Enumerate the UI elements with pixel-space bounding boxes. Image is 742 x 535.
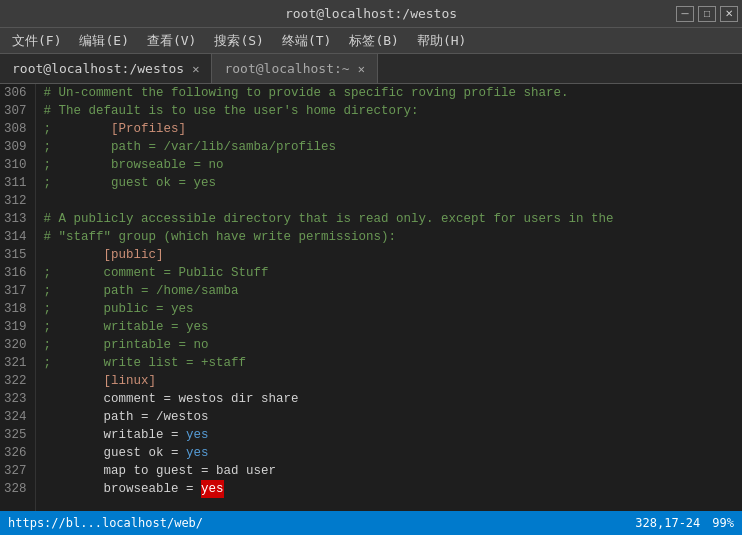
tab-close-active[interactable]: ✕ bbox=[192, 62, 199, 76]
status-right: 328,17-24 99% bbox=[635, 516, 734, 530]
code-line-312 bbox=[44, 192, 742, 210]
menu-tabs[interactable]: 标签(B) bbox=[341, 30, 406, 52]
status-position: 328,17-24 bbox=[635, 516, 700, 530]
menu-terminal[interactable]: 终端(T) bbox=[274, 30, 339, 52]
menu-search[interactable]: 搜索(S) bbox=[206, 30, 271, 52]
code-content[interactable]: # Un-comment the following to provide a … bbox=[36, 84, 742, 511]
menu-file[interactable]: 文件(F) bbox=[4, 30, 69, 52]
maximize-button[interactable]: □ bbox=[698, 6, 716, 22]
minimize-button[interactable]: ─ bbox=[676, 6, 694, 22]
title-bar: root@localhost:/westos ─ □ ✕ bbox=[0, 0, 742, 28]
menu-bar: 文件(F) 编辑(E) 查看(V) 搜索(S) 终端(T) 标签(B) 帮助(H… bbox=[0, 28, 742, 54]
line-numbers: 306 307 308 309 310 311 312 313 314 315 … bbox=[0, 84, 36, 511]
code-line-308: ; [Profiles] bbox=[44, 120, 742, 138]
tab-inactive[interactable]: root@localhost:~ ✕ bbox=[212, 54, 377, 83]
code-line-327: map to guest = bad user bbox=[44, 462, 742, 480]
code-line-323: comment = westos dir share bbox=[44, 390, 742, 408]
status-bar: https://bl...localhost/web/ 328,17-24 99… bbox=[0, 511, 742, 535]
tab-active-label: root@localhost:/westos bbox=[12, 61, 184, 76]
code-line-324: path = /westos bbox=[44, 408, 742, 426]
status-url: https://bl...localhost/web/ bbox=[8, 516, 203, 530]
code-line-320: ; printable = no bbox=[44, 336, 742, 354]
code-line-315: [public] bbox=[44, 246, 742, 264]
code-line-319: ; writable = yes bbox=[44, 318, 742, 336]
menu-edit[interactable]: 编辑(E) bbox=[71, 30, 136, 52]
code-line-316: ; comment = Public Stuff bbox=[44, 264, 742, 282]
code-line-309: ; path = /var/lib/samba/profiles bbox=[44, 138, 742, 156]
code-line-311: ; guest ok = yes bbox=[44, 174, 742, 192]
code-line-328: browseable = yes bbox=[44, 480, 742, 498]
window-title: root@localhost:/westos bbox=[285, 6, 457, 21]
tab-bar: root@localhost:/westos ✕ root@localhost:… bbox=[0, 54, 742, 84]
status-percent: 99% bbox=[712, 516, 734, 530]
code-line-321: ; write list = +staff bbox=[44, 354, 742, 372]
tab-close-inactive[interactable]: ✕ bbox=[358, 62, 365, 76]
code-line-326: guest ok = yes bbox=[44, 444, 742, 462]
tab-inactive-label: root@localhost:~ bbox=[224, 61, 349, 76]
close-button[interactable]: ✕ bbox=[720, 6, 738, 22]
code-line-325: writable = yes bbox=[44, 426, 742, 444]
tab-active[interactable]: root@localhost:/westos ✕ bbox=[0, 54, 212, 83]
menu-help[interactable]: 帮助(H) bbox=[409, 30, 474, 52]
window-controls[interactable]: ─ □ ✕ bbox=[676, 6, 738, 22]
code-line-314: # "staff" group (which have write permis… bbox=[44, 228, 742, 246]
code-line-322: [linux] bbox=[44, 372, 742, 390]
code-line-307: # The default is to use the user's home … bbox=[44, 102, 742, 120]
code-line-318: ; public = yes bbox=[44, 300, 742, 318]
menu-view[interactable]: 查看(V) bbox=[139, 30, 204, 52]
code-editor[interactable]: 306 307 308 309 310 311 312 313 314 315 … bbox=[0, 84, 742, 511]
code-line-313: # A publicly accessible directory that i… bbox=[44, 210, 742, 228]
code-line-310: ; browseable = no bbox=[44, 156, 742, 174]
code-line-317: ; path = /home/samba bbox=[44, 282, 742, 300]
code-line-306: # Un-comment the following to provide a … bbox=[44, 84, 742, 102]
